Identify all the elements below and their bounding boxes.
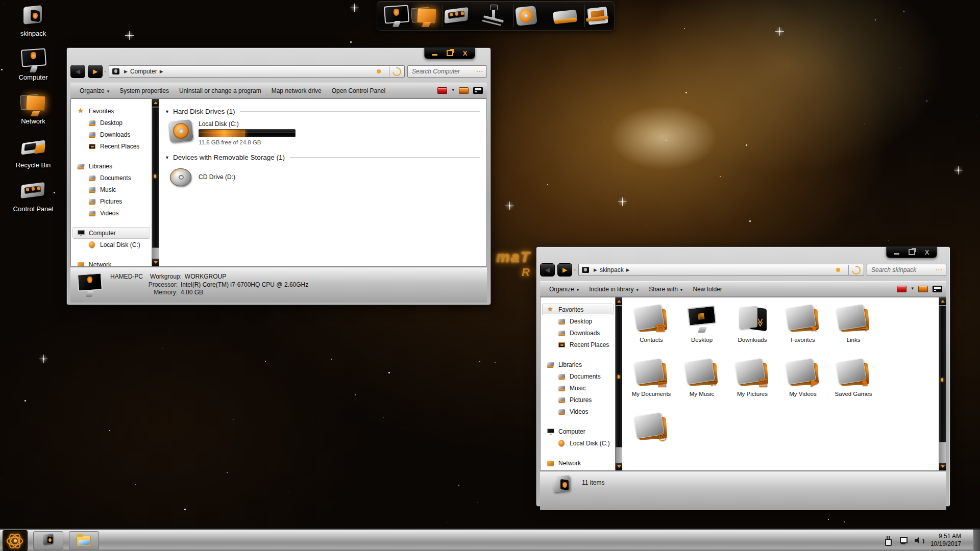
file-item[interactable]: ☎ Contacts [626,306,676,358]
close-button[interactable]: X [458,49,472,57]
sidebar-item[interactable]: Music [72,184,150,195]
breadcrumb[interactable]: Computer [130,68,157,75]
volume-icon[interactable] [914,536,923,545]
computer-window-titlebar[interactable]: X [70,48,487,65]
scrollbar-thumb[interactable] [939,306,946,442]
toolbar-button[interactable]: Include in library [584,283,644,295]
help-icon[interactable] [459,87,469,94]
group-header-removable[interactable]: ▼ Devices with Removable Storage (1) [165,154,480,161]
file-item[interactable]: ♞ Saved Games [828,360,878,412]
collapse-icon[interactable]: ▼ [165,155,169,160]
sidebar-item[interactable]: Music [542,382,614,394]
cd-drive-item[interactable]: CD Drive (D:) [169,166,480,189]
search-box[interactable]: ... [867,264,946,276]
toolbar-button[interactable]: Organize [544,283,584,295]
help-icon[interactable] [918,286,928,292]
sidebar-item[interactable]: Documents [72,172,150,184]
close-button[interactable]: X [920,248,934,256]
file-item[interactable]: ▶ My Videos [778,360,828,412]
file-item[interactable]: ▦ Desktop [677,306,727,358]
sidebar-item[interactable]: Pictures [72,195,150,207]
power-plug-icon[interactable] [884,536,892,545]
sidebar-scrollbar[interactable] [152,99,159,266]
views-caret-icon[interactable]: ▾ [452,87,454,94]
dock-icon[interactable] [552,5,576,27]
address-bar[interactable]: ▶ skinpack ▶ [578,264,864,276]
refresh-icon[interactable] [850,264,863,276]
dock-icon[interactable] [584,5,619,27]
sidebar-item[interactable]: Downloads [72,129,150,140]
search-options-icon[interactable]: ... [936,267,943,270]
file-item[interactable]: ≫ Downloads [727,306,777,358]
toolbar-button[interactable]: System properties [114,85,174,97]
breadcrumb-arrow-icon[interactable]: ▶ [624,267,632,272]
sidebar-item[interactable]: Recent Places [542,339,614,350]
recent-pages-caret-icon[interactable]: ▾ [574,268,576,272]
views-icon[interactable] [437,87,447,94]
sidebar-item[interactable]: Documents [542,370,614,382]
sidebar-item[interactable]: Desktop [72,117,150,129]
dock-icon[interactable] [410,5,434,27]
breadcrumb[interactable]: skinpack [600,266,624,273]
dock-icon[interactable] [481,5,505,27]
sidebar-item[interactable]: Computer [72,227,150,239]
toolbar-button[interactable]: Organize [75,85,114,97]
sidebar-item[interactable]: Videos [542,406,614,417]
sidebar-item[interactable]: Libraries [542,359,614,370]
toolbar-button[interactable]: Uninstall or change a program [174,85,266,97]
start-button[interactable] [3,530,28,551]
sidebar-item[interactable]: Pictures [542,394,614,406]
scroll-down-icon[interactable] [939,463,946,470]
group-header-hard-disks[interactable]: ▼ Hard Disk Drives (1) [165,108,480,115]
network-tray-icon[interactable] [899,536,908,545]
restore-button[interactable] [905,248,918,256]
back-button[interactable]: ◀ [540,263,555,277]
breadcrumb-arrow-icon[interactable]: ▶ [591,267,600,272]
breadcrumb-arrow-icon[interactable]: ▶ [121,69,130,74]
preview-pane-icon[interactable] [473,87,483,94]
desktop-icon[interactable]: Network [5,92,61,136]
file-item[interactable]: ★ Favorites [778,306,828,358]
views-icon[interactable] [897,286,906,292]
search-options-icon[interactable]: ... [476,68,483,71]
scroll-up-icon[interactable] [616,297,622,305]
taskbar-button-skinpack[interactable] [33,531,63,549]
sidebar-item[interactable]: Computer [542,425,614,437]
desktop-icon[interactable]: Control Panel [5,180,61,223]
clock[interactable]: 9:51 AM 10/19/2017 [930,533,961,548]
scroll-down-icon[interactable] [616,463,622,470]
forward-button[interactable]: ▶ [557,263,572,277]
views-caret-icon[interactable]: ▾ [911,286,914,292]
sidebar-item[interactable]: Local Disk (C:) [72,239,150,251]
scroll-down-icon[interactable] [152,259,159,266]
minimize-button[interactable] [890,248,903,256]
sidebar-item[interactable]: Desktop [542,315,614,327]
content-scrollbar[interactable] [939,297,946,470]
dock-icon[interactable] [443,5,477,27]
file-item[interactable]: ▤ My Documents [626,360,676,412]
desktop-icon[interactable]: Recycle Bin [5,136,61,180]
sidebar-item[interactable]: Libraries [72,160,150,172]
search-box[interactable]: ... [407,65,487,78]
preview-pane-icon[interactable] [933,286,942,292]
search-input[interactable] [411,67,476,76]
scroll-up-icon[interactable] [939,297,946,305]
dock-icon[interactable] [382,5,406,27]
skinpack-window-titlebar[interactable]: X [540,247,946,263]
collapse-icon[interactable]: ▼ [165,109,169,114]
refresh-icon[interactable] [391,65,403,78]
sidebar-item[interactable]: Local Disk (C:) [542,437,614,449]
minimize-button[interactable] [428,49,441,57]
desktop-icon[interactable]: skinpack [5,4,61,48]
file-item[interactable]: ➜ Links [828,306,878,358]
forward-button[interactable]: ▶ [88,65,103,78]
toolbar-button[interactable]: Share with [644,283,688,295]
recent-pages-caret-icon[interactable]: ▾ [104,69,106,74]
sidebar-item[interactable]: Favorites [542,304,614,315]
restore-button[interactable] [443,49,456,57]
toolbar-button[interactable]: New folder [688,283,727,295]
local-disk-item[interactable]: Local Disk (C:) 11.6 GB free of 24.8 GB [169,120,480,145]
sidebar-scrollbar[interactable] [615,297,622,470]
show-desktop-button[interactable] [973,530,980,551]
sidebar-item[interactable]: Network [72,259,150,267]
